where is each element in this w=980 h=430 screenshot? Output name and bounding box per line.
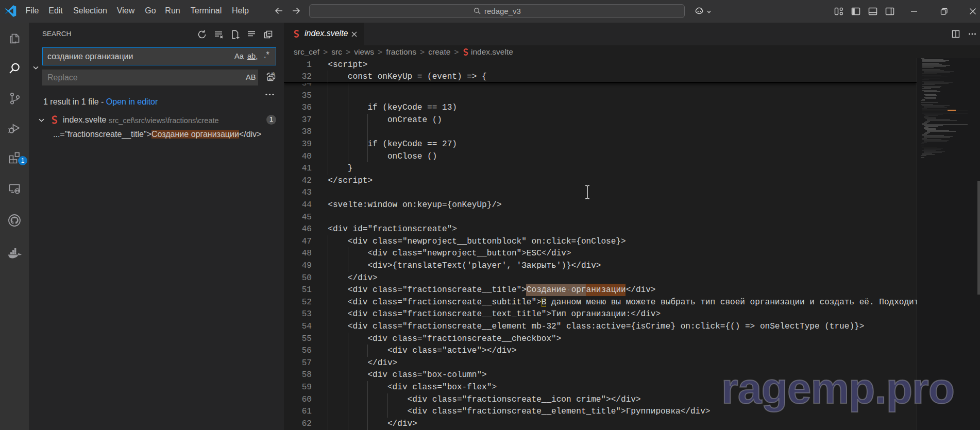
svg-text:ac: ac bbox=[269, 77, 273, 80]
svg-text:ab: ab bbox=[271, 72, 275, 75]
